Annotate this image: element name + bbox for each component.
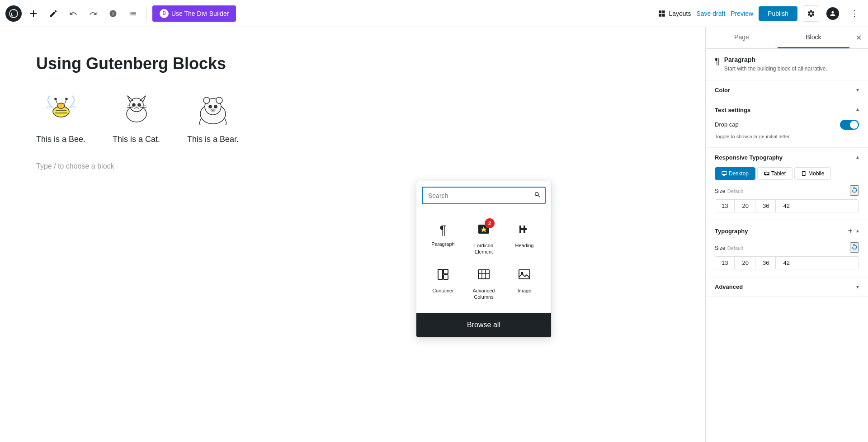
search-icon-button[interactable] — [530, 188, 545, 203]
preview-button[interactable]: Preview — [731, 10, 753, 17]
layouts-label: Layouts — [669, 10, 691, 17]
advanced-columns-icon — [477, 268, 490, 284]
type-block-area: Type / to choose a block 1 — [36, 162, 669, 170]
block-item-heading[interactable]: Heading — [505, 217, 544, 261]
typography-header[interactable]: Typography + ▾ — [706, 220, 868, 242]
block-picker-popup: ¶ Paragraph 2 Lordicon Element — [416, 181, 552, 338]
animal-item-bear: This is a Bear. — [187, 91, 239, 144]
close-panel-button[interactable]: ✕ — [849, 27, 868, 48]
redo-button[interactable] — [85, 5, 101, 22]
block-item-paragraph[interactable]: ¶ Paragraph — [424, 217, 462, 261]
bee-illustration — [38, 91, 84, 127]
svg-rect-41 — [443, 275, 448, 279]
cat-caption: This is a Cat. — [113, 135, 160, 144]
svg-point-27 — [203, 97, 210, 103]
svg-rect-42 — [478, 270, 489, 279]
size-reset-button-1[interactable] — [850, 185, 859, 196]
page-title: Using Gutenberg Blocks — [36, 54, 669, 73]
step2-badge: 2 — [485, 218, 495, 228]
container-block-label: Container — [432, 287, 454, 294]
size-row-1: Size Default — [715, 185, 859, 196]
paragraph-block-icon: ¶ — [439, 223, 446, 237]
bee-caption: This is a Bee. — [36, 135, 85, 144]
svg-rect-6 — [662, 14, 665, 16]
right-panel: Page Block ✕ ¶ Paragraph Start with the … — [705, 27, 868, 442]
svg-rect-5 — [659, 14, 662, 16]
advanced-header[interactable]: Advanced ▾ — [706, 277, 868, 296]
drop-cap-hint: Toggle to show a large initial letter. — [715, 133, 859, 140]
block-item-advanced-columns[interactable]: Advanced Columns — [464, 263, 503, 306]
size-value-20-1[interactable]: 20 — [736, 200, 755, 212]
size-default-1: Default — [727, 188, 743, 194]
info-button[interactable] — [105, 5, 121, 22]
svg-point-20 — [139, 104, 140, 105]
animals-grid: This is a Bee. This is a Cat. — [36, 91, 669, 144]
paragraph-section-title: Paragraph — [724, 56, 827, 63]
drop-cap-toggle[interactable] — [840, 120, 859, 130]
more-options-button[interactable]: ⋮ — [846, 5, 863, 22]
size-value-36-2[interactable]: 36 — [756, 257, 776, 269]
heading-block-label: Heading — [515, 242, 534, 249]
size-value-42-2[interactable]: 42 — [777, 257, 796, 269]
size-label-1: Size — [715, 188, 725, 194]
add-block-toolbar-button[interactable] — [25, 5, 42, 22]
svg-point-29 — [209, 105, 212, 108]
size-value-20-2[interactable]: 20 — [736, 257, 755, 269]
block-item-lordicon[interactable]: 2 Lordicon Element — [464, 217, 503, 261]
layouts-button[interactable]: Layouts — [658, 9, 691, 18]
advanced-section: Advanced ▾ — [706, 277, 868, 297]
text-settings-content: Drop cap Toggle to show a large initial … — [706, 120, 868, 147]
editor-area: Using Gutenberg Blocks This is a Bee. — [0, 27, 705, 442]
paragraph-header: ¶ Paragraph Start with the building bloc… — [715, 56, 859, 73]
size-value-13-2[interactable]: 13 — [715, 257, 735, 269]
size-values-2: 13 20 36 42 — [715, 256, 859, 269]
block-item-container[interactable]: Container — [424, 263, 462, 306]
typography-header-actions: + ▾ — [848, 226, 859, 236]
advanced-chevron-down-icon: ▾ — [856, 284, 859, 290]
color-chevron-down-icon: ▾ — [856, 87, 859, 93]
size-value-42-1[interactable]: 42 — [777, 200, 796, 212]
browse-all-button[interactable]: Browse all — [416, 313, 551, 337]
paragraph-section: ¶ Paragraph Start with the building bloc… — [706, 49, 868, 80]
block-item-image[interactable]: Image — [505, 263, 544, 306]
device-tab-desktop[interactable]: Desktop — [715, 167, 755, 180]
text-settings-accordion-header[interactable]: Text settings ▾ — [706, 100, 868, 120]
typography-add-button[interactable]: + — [848, 226, 853, 236]
lordicon-badge: 2 — [477, 223, 490, 239]
cat-illustration — [114, 91, 159, 127]
publish-button[interactable]: Publish — [759, 6, 797, 21]
typography-chevron-icon: ▾ — [856, 228, 859, 235]
divi-builder-button[interactable]: D Use The Divi Builder — [152, 5, 236, 22]
text-settings-section: Text settings ▾ Drop cap Toggle to show … — [706, 100, 868, 148]
list-view-button[interactable] — [125, 5, 141, 22]
color-accordion-header[interactable]: Color ▾ — [706, 80, 868, 100]
block-search-input[interactable] — [423, 188, 530, 203]
device-tabs: Desktop Tablet Mobile — [715, 167, 859, 180]
tab-page[interactable]: Page — [706, 27, 778, 48]
settings-button[interactable] — [803, 5, 819, 22]
block-search-area — [416, 181, 551, 210]
size-reset-button-2[interactable] — [850, 242, 859, 253]
drop-cap-label: Drop cap — [715, 121, 739, 128]
user-avatar-button[interactable] — [825, 5, 841, 22]
save-draft-button[interactable]: Save draft — [696, 10, 725, 17]
device-tab-mobile[interactable]: Mobile — [794, 167, 831, 180]
image-block-label: Image — [518, 287, 532, 294]
tab-block[interactable]: Block — [778, 27, 849, 48]
color-section: Color ▾ — [706, 80, 868, 100]
svg-rect-39 — [438, 269, 443, 279]
responsive-typography-chevron-icon: ▾ — [856, 155, 859, 161]
bear-caption: This is a Bear. — [187, 135, 239, 144]
tablet-label: Tablet — [771, 170, 786, 177]
size-label-wrap: Size Default — [715, 187, 743, 195]
undo-button[interactable] — [65, 5, 81, 22]
text-settings-label: Text settings — [715, 107, 750, 113]
size-value-13-1[interactable]: 13 — [715, 200, 735, 212]
tools-button[interactable] — [45, 5, 61, 22]
panel-tabs: Page Block ✕ — [706, 27, 868, 49]
responsive-typography-header[interactable]: Responsive Typography ▾ — [706, 148, 868, 167]
responsive-typography-label: Responsive Typography — [715, 154, 783, 161]
device-tab-tablet[interactable]: Tablet — [757, 167, 793, 180]
size-values-1: 13 20 36 42 — [715, 199, 859, 212]
size-value-36-1[interactable]: 36 — [756, 200, 776, 212]
